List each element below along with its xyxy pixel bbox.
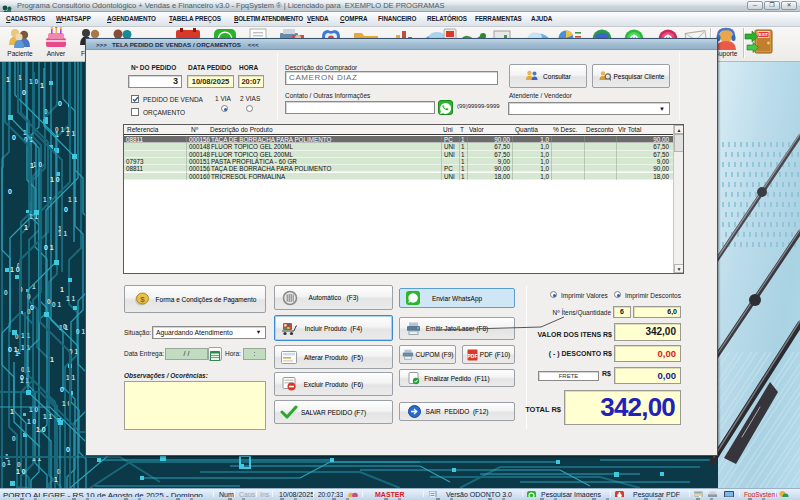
svg-text:1 0: 1 0 (36, 426, 46, 433)
svg-text:1 0: 1 0 (16, 468, 26, 475)
svg-text:0: 0 (12, 435, 16, 442)
svg-text:1: 1 (50, 356, 54, 363)
svg-text:1: 1 (7, 459, 11, 466)
svg-text:0: 0 (58, 100, 62, 107)
svg-text:0: 0 (64, 206, 68, 213)
svg-text:1: 1 (10, 408, 14, 415)
svg-text:PDF: PDF (467, 352, 477, 358)
svg-text:1: 1 (6, 76, 10, 83)
svg-text:1 1: 1 1 (66, 295, 75, 302)
svg-text:0: 0 (47, 298, 51, 305)
svg-text:1 0: 1 0 (33, 161, 42, 168)
svg-text:1: 1 (66, 126, 70, 133)
svg-text:EXIT: EXIT (759, 32, 769, 37)
svg-text:0: 0 (66, 446, 70, 453)
svg-text:0: 0 (8, 188, 12, 195)
svg-text:1 1: 1 1 (68, 196, 77, 203)
svg-text:1 0: 1 0 (50, 176, 60, 183)
svg-text:1 0: 1 0 (10, 266, 20, 273)
svg-text:0: 0 (17, 461, 21, 468)
svg-text:0 1: 0 1 (76, 328, 85, 335)
svg-text:0 1: 0 1 (55, 126, 64, 133)
svg-text:0: 0 (2, 461, 6, 468)
svg-text:0: 0 (4, 289, 8, 296)
svg-text:1: 1 (54, 476, 58, 483)
svg-text:$: $ (140, 295, 145, 304)
svg-text:1: 1 (40, 82, 44, 89)
svg-text:0: 0 (63, 323, 67, 330)
svg-text:1: 1 (24, 224, 28, 231)
svg-text:0 1: 0 1 (44, 244, 54, 251)
svg-text:0 1: 0 1 (8, 346, 18, 353)
svg-text:1: 1 (30, 162, 34, 169)
svg-text:1 0: 1 0 (27, 418, 36, 425)
svg-text:0: 0 (30, 304, 34, 311)
svg-text:0: 0 (12, 134, 16, 141)
svg-text:0: 0 (20, 374, 24, 381)
svg-text:0: 0 (22, 89, 26, 96)
svg-text:1: 1 (60, 286, 64, 293)
svg-text:0 1: 0 1 (52, 301, 61, 308)
svg-text:0: 0 (60, 386, 64, 393)
